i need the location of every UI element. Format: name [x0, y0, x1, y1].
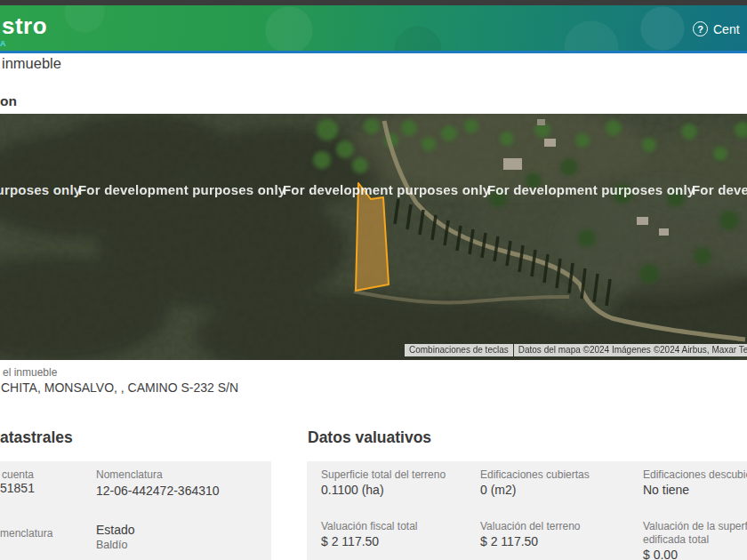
satellite-map[interactable]: For development purposes only For develo…: [0, 114, 747, 360]
location-section-title: on: [0, 93, 17, 109]
built-surface-valuation-label-line2: edificada total: [643, 533, 747, 547]
map-attribution-text: Datos del mapa ©2024 Imágenes ©2024 Airb…: [514, 344, 747, 356]
question-circle-icon: ?: [693, 21, 708, 36]
estado-value: Baldío: [96, 539, 135, 552]
uncovered-buildings-label: Edificaciones descubier: [643, 468, 747, 482]
help-center-label: Cent: [713, 22, 740, 36]
nomenclature-field: Nomenclatura 12-06-442472-364310: [96, 468, 220, 498]
fiscal-valuation-label: Valuación fiscal total: [321, 520, 418, 533]
surface-field: Superficie total del terreno 0.1100 (ha): [321, 468, 446, 497]
help-center-button[interactable]: ? Cent: [693, 21, 740, 36]
surface-value: 0.1100 (ha): [321, 484, 446, 497]
address-label: el inmueble: [3, 366, 57, 379]
app-header: [0, 5, 747, 51]
logo-subtitle-fragment: A: [0, 39, 6, 48]
surface-label: Superficie total del terreno: [321, 468, 446, 482]
land-valuation-label: Valuación del terreno: [480, 520, 581, 533]
land-valuation-value: $ 2 117.50: [480, 535, 581, 548]
built-surface-valuation-label-line1: Valuación de la superfici: [643, 520, 747, 533]
account-field: cuenta: [2, 468, 34, 482]
header-accent-line: [0, 51, 747, 53]
map-attribution-bar: Combinaciones de teclas Datos del mapa ©…: [405, 344, 747, 356]
uncovered-buildings-value: No tiene: [643, 484, 747, 497]
covered-buildings-value: 0 (m2): [480, 484, 590, 497]
nomenclature-value: 12-06-442472-364310: [96, 484, 220, 498]
page-title: inmueble: [2, 55, 61, 72]
built-surface-valuation-field: Valuación de la superfici edificada tota…: [643, 520, 747, 560]
uncovered-buildings-field: Edificaciones descubier No tiene: [643, 468, 747, 497]
account-value: 51851: [0, 482, 35, 495]
dev-watermark: For development purposes only: [283, 182, 490, 197]
keyboard-shortcuts-button[interactable]: Combinaciones de teclas: [405, 344, 513, 356]
account-label: cuenta: [2, 468, 34, 482]
covered-buildings-field: Edificaciones cubiertas 0 (m2): [480, 468, 590, 497]
cadastral-section-title: atastrales: [0, 428, 73, 447]
estado-field: Estado Baldío: [96, 524, 135, 552]
valuation-section-title: Datos valuativos: [308, 428, 431, 447]
nomenclature-label: Nomenclatura: [96, 468, 220, 482]
dev-watermark: For development purposes only: [0, 182, 81, 197]
fiscal-valuation-value: $ 2 117.50: [321, 535, 418, 548]
old-nomenclature-label: menclatura: [0, 527, 52, 540]
parcel-highlight: [356, 183, 389, 291]
address-value: CHITA, MONSALVO, , CAMINO S-232 S/N: [1, 380, 238, 395]
estado-label: Estado: [96, 524, 135, 537]
covered-buildings-label: Edificaciones cubiertas: [480, 468, 590, 482]
land-valuation-field: Valuación del terreno $ 2 117.50: [480, 520, 581, 548]
satellite-imagery: [0, 114, 747, 360]
fiscal-valuation-field: Valuación fiscal total $ 2 117.50: [321, 520, 418, 548]
dev-watermark: For development purposes only: [487, 182, 695, 197]
built-surface-valuation-value: $ 0.00: [643, 548, 747, 560]
dev-watermark: For development purposes only: [692, 182, 747, 197]
catastro-logo: stro: [2, 12, 47, 40]
dev-watermark: For development purposes only: [78, 182, 285, 197]
cadastre-property-page: stro A ? Cent inmueble on: [0, 0, 747, 560]
